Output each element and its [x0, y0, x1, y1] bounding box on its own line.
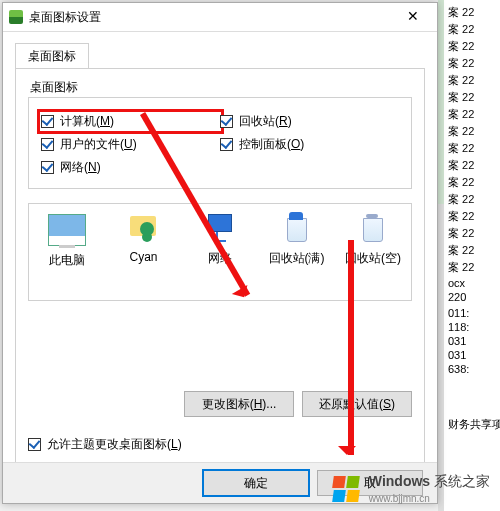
watermark: Windows 系统之家 www.bjjmn.cn: [333, 474, 490, 505]
recyclebin-empty-icon: [355, 214, 391, 244]
checkbox-icon: [41, 138, 54, 151]
checkbox-label: 计算机(M): [60, 113, 114, 130]
background-file-list: 案 22案 22案 22 案 22案 22案 22 案 22案 22案 22 案…: [443, 0, 500, 511]
checkbox-group: 计算机(M) 回收站(R) 用户的文件(U) 控制面板(O): [28, 97, 412, 189]
window-title: 桌面图标设置: [29, 9, 395, 26]
icon-label: 此电脑: [35, 252, 99, 269]
annotation-arrow: [348, 240, 354, 455]
checkbox-userfiles[interactable]: 用户的文件(U): [41, 136, 220, 153]
checkbox-label: 允许主题更改桌面图标(L): [47, 436, 182, 453]
icon-network[interactable]: 网络: [188, 214, 252, 267]
close-button[interactable]: ✕: [395, 6, 431, 28]
icon-action-buttons: 更改图标(H)... 还原默认值(S): [184, 391, 412, 417]
checkbox-icon: [41, 161, 54, 174]
restore-defaults-button[interactable]: 还原默认值(S): [302, 391, 412, 417]
checkbox-icon: [28, 438, 41, 451]
icon-label: Cyan: [112, 250, 176, 264]
checkbox-icon: [41, 115, 54, 128]
windows-logo-icon: [333, 476, 361, 504]
checkbox-computer[interactable]: 计算机(M): [41, 113, 220, 130]
allow-theme-checkbox[interactable]: 允许主题更改桌面图标(L): [28, 436, 182, 453]
checkbox-controlpanel[interactable]: 控制面板(O): [220, 136, 399, 153]
checkbox-label: 控制面板(O): [239, 136, 304, 153]
recyclebin-full-icon: [279, 214, 315, 244]
icon-recyclebin-full[interactable]: 回收站(满): [265, 214, 329, 267]
tabstrip: 桌面图标: [3, 32, 437, 68]
checkbox-icon: [220, 138, 233, 151]
checkbox-network[interactable]: 网络(N): [41, 159, 220, 176]
user-folder-icon: [126, 214, 162, 244]
tab-content: 桌面图标 计算机(M) 回收站(R) 用户的文件(U): [15, 68, 425, 468]
checkbox-label: 回收站(R): [239, 113, 292, 130]
group-label: 桌面图标: [30, 79, 412, 95]
background-strip: [438, 0, 444, 511]
monitor-icon: [48, 214, 86, 246]
icon-label: 回收站(满): [265, 250, 329, 267]
icon-this-pc[interactable]: 此电脑: [35, 214, 99, 269]
icon-user-folder[interactable]: Cyan: [112, 214, 176, 264]
system-icon: [9, 10, 23, 24]
change-icon-button[interactable]: 更改图标(H)...: [184, 391, 294, 417]
checkbox-label: 用户的文件(U): [60, 136, 137, 153]
tab-desktop-icons[interactable]: 桌面图标: [15, 43, 89, 69]
checkbox-label: 网络(N): [60, 159, 101, 176]
watermark-text: Windows 系统之家 www.bjjmn.cn: [369, 474, 490, 505]
checkbox-recyclebin[interactable]: 回收站(R): [220, 113, 399, 130]
checkbox-icon: [220, 115, 233, 128]
titlebar: 桌面图标设置 ✕: [3, 3, 437, 32]
ok-button[interactable]: 确定: [203, 470, 309, 496]
